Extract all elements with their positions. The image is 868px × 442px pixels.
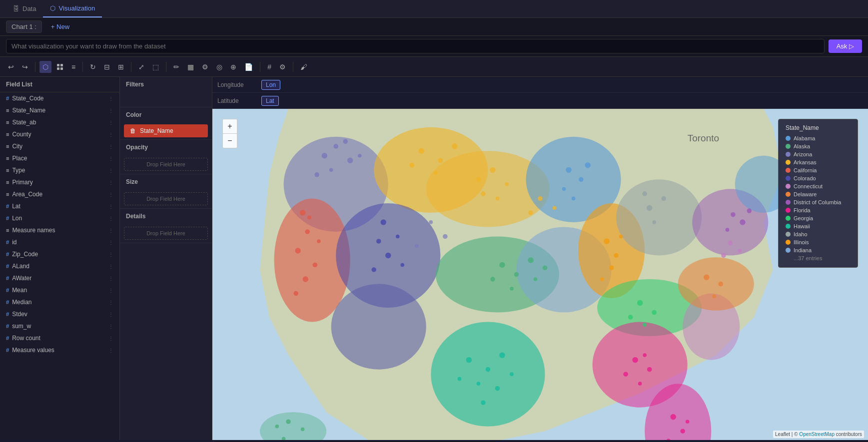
field-item-primary[interactable]: ≡Primary⋮ xyxy=(0,176,119,188)
svg-point-117 xyxy=(301,428,305,432)
table-button[interactable]: ▦ xyxy=(184,61,197,73)
field-more-icon[interactable]: ⋮ xyxy=(108,264,113,269)
redo-button[interactable]: ↪ xyxy=(19,61,31,73)
ask-button[interactable]: Ask ▷ xyxy=(829,39,862,53)
refresh-button[interactable]: ↻ xyxy=(87,61,99,73)
size-drop-zone[interactable]: Drop Field Here xyxy=(124,192,208,205)
hash-button[interactable]: # xyxy=(264,61,274,73)
field-more-icon[interactable]: ⋮ xyxy=(108,192,113,197)
nav-data[interactable]: 🗄 Data xyxy=(6,0,43,17)
field-more-icon[interactable]: ⋮ xyxy=(108,348,113,353)
new-tab-button[interactable]: + New xyxy=(46,21,74,32)
field-more-icon[interactable]: ⋮ xyxy=(108,240,113,245)
svg-point-46 xyxy=(438,158,443,163)
toolbar-divider-3 xyxy=(131,62,131,72)
field-item-aland[interactable]: #ALand⋮ xyxy=(0,260,119,272)
field-item-awater[interactable]: #AWater⋮ xyxy=(0,272,119,284)
field-item-zip_code[interactable]: #Zip_Code⋮ xyxy=(0,248,119,260)
field-item-lon[interactable]: #Lon⋮ xyxy=(0,212,119,224)
field-item-place[interactable]: ≡Place⋮ xyxy=(0,152,119,164)
target-button[interactable]: ⊕ xyxy=(227,61,239,73)
svg-point-24 xyxy=(300,210,305,215)
opacity-drop-zone[interactable]: Drop Field Here xyxy=(124,158,208,171)
latitude-pill[interactable]: Lat xyxy=(261,96,279,106)
circle-button[interactable]: ◎ xyxy=(213,61,225,73)
field-more-icon[interactable]: ⋮ xyxy=(108,156,113,161)
nav-visualization[interactable]: ⬡ Visualization xyxy=(43,0,102,17)
longitude-pill[interactable]: Lon xyxy=(261,80,280,90)
field-item-lat[interactable]: #Lat⋮ xyxy=(0,200,119,212)
undo-button[interactable]: ↩ xyxy=(5,61,17,73)
field-more-icon[interactable]: ⋮ xyxy=(108,120,113,125)
field-item-state_code[interactable]: #State_Code⋮ xyxy=(0,92,119,104)
field-more-icon[interactable]: ⋮ xyxy=(108,300,113,305)
add-field-button[interactable] xyxy=(53,61,66,72)
field-item-stdev[interactable]: #Stdev⋮ xyxy=(0,308,119,320)
cube-button[interactable]: ⬡ xyxy=(39,61,51,73)
svg-point-92 xyxy=(686,420,690,424)
svg-point-41 xyxy=(396,235,400,239)
field-more-icon[interactable]: ⋮ xyxy=(108,228,113,233)
field-more-icon[interactable]: ⋮ xyxy=(108,288,113,293)
field-more-icon[interactable]: ⋮ xyxy=(108,276,113,281)
chart-tab-1[interactable]: Chart 1 : xyxy=(6,20,42,33)
field-item-median[interactable]: #Median⋮ xyxy=(0,296,119,308)
map-container[interactable]: Los A... Pi... Ottawa Toronto México Ciu… xyxy=(212,109,868,440)
details-drop-zone[interactable]: Drop Field Here xyxy=(124,227,208,240)
field-item-row_count[interactable]: #Row count⋮ xyxy=(0,332,119,344)
filter2-button[interactable]: ⊞ xyxy=(115,61,127,73)
hash-icon: # xyxy=(6,203,9,209)
legend-item-label: District of Columbia xyxy=(794,199,841,205)
zoom-out-button[interactable]: − xyxy=(223,134,237,148)
legend-item-label: Arizona xyxy=(794,151,812,157)
ask-input[interactable] xyxy=(6,39,825,53)
field-item-city[interactable]: ≡City⋮ xyxy=(0,140,119,152)
field-more-icon[interactable]: ⋮ xyxy=(108,216,113,221)
layers-button[interactable]: ≡ xyxy=(68,61,78,73)
zoom-in-button[interactable]: + xyxy=(223,119,237,133)
select-button[interactable]: ⬚ xyxy=(149,61,162,73)
filter-button[interactable]: ⊟ xyxy=(101,61,113,73)
doc-button[interactable]: 📄 xyxy=(241,61,256,73)
svg-point-72 xyxy=(647,205,652,211)
field-name-sum_w: sum_w xyxy=(12,323,108,330)
expand-button[interactable]: ⤢ xyxy=(135,61,147,73)
field-item-area_code[interactable]: ≡Area_Code⋮ xyxy=(0,188,119,200)
field-more-icon[interactable]: ⋮ xyxy=(108,204,113,209)
field-more-icon[interactable]: ⋮ xyxy=(108,96,113,101)
field-more-icon[interactable]: ⋮ xyxy=(108,336,113,341)
field-list-container: #State_Code⋮≡State_Name⋮≡State_ab⋮≡Count… xyxy=(0,92,119,356)
svg-point-97 xyxy=(747,208,752,213)
legend-color-dot xyxy=(786,232,791,237)
legend-item-label: Idaho xyxy=(794,231,808,237)
field-item-county[interactable]: ≡County⋮ xyxy=(0,128,119,140)
toolbar-divider-2 xyxy=(82,62,83,72)
gear-button[interactable]: ⚙ xyxy=(199,61,211,73)
openstreetmap-link[interactable]: OpenStreetMap xyxy=(799,432,835,437)
field-item-sum_w[interactable]: #sum_w⋮ xyxy=(0,320,119,332)
field-more-icon[interactable]: ⋮ xyxy=(108,144,113,149)
field-item-state_ab[interactable]: ≡State_ab⋮ xyxy=(0,116,119,128)
field-name-area_code: Area_Code xyxy=(12,191,108,198)
field-item-measure_names[interactable]: ≡Measure names⋮ xyxy=(0,224,119,236)
field-item-type[interactable]: ≡Type⋮ xyxy=(0,164,119,176)
field-more-icon[interactable]: ⋮ xyxy=(108,252,113,257)
field-item-state_name[interactable]: ≡State_Name⋮ xyxy=(0,104,119,116)
svg-point-68 xyxy=(614,253,619,258)
svg-point-37 xyxy=(358,154,362,158)
field-more-icon[interactable]: ⋮ xyxy=(108,132,113,137)
settings2-button[interactable]: ⚙ xyxy=(276,61,289,73)
color-field-state-name[interactable]: 🗑 State_Name xyxy=(124,124,208,137)
field-item-id[interactable]: #id⋮ xyxy=(0,236,119,248)
svg-point-66 xyxy=(543,265,548,270)
pen-button[interactable]: ✏ xyxy=(170,61,182,73)
field-more-icon[interactable]: ⋮ xyxy=(108,108,113,113)
field-more-icon[interactable]: ⋮ xyxy=(108,168,113,173)
field-more-icon[interactable]: ⋮ xyxy=(108,324,113,329)
field-more-icon[interactable]: ⋮ xyxy=(108,312,113,317)
legend-color-dot xyxy=(786,208,791,213)
field-more-icon[interactable]: ⋮ xyxy=(108,180,113,185)
paint-button[interactable]: 🖌 xyxy=(297,61,310,73)
field-item-mean[interactable]: #Mean⋮ xyxy=(0,284,119,296)
field-item-measure_values[interactable]: #Measure values⋮ xyxy=(0,344,119,356)
